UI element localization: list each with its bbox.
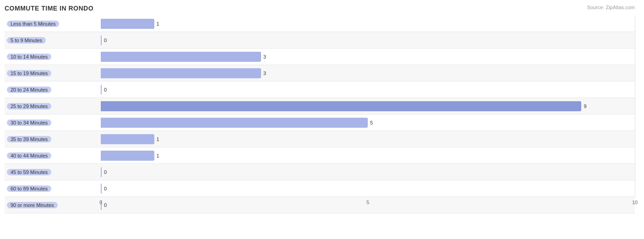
bar-label: 40 to 44 Minutes <box>7 152 51 159</box>
bar-row: 60 to 89 Minutes0 <box>5 180 635 197</box>
row-label-container: 10 to 14 Minutes <box>5 54 101 60</box>
bar: 9 <box>101 101 581 111</box>
row-label-container: 30 to 34 Minutes <box>5 120 101 126</box>
bar-value: 5 <box>370 120 373 125</box>
bar: 0 <box>101 184 102 194</box>
bar-label: 15 to 19 Minutes <box>7 70 51 76</box>
bar-value: 3 <box>263 71 266 76</box>
bar: 1 <box>101 134 154 144</box>
bar-value: 1 <box>157 153 159 158</box>
grid-line <box>635 16 635 197</box>
bar: 5 <box>101 118 368 128</box>
row-label-container: 35 to 39 Minutes <box>5 136 101 142</box>
axis-label: 10 <box>632 200 638 205</box>
bar-label: 60 to 89 Minutes <box>7 185 51 192</box>
bar-area: 0 <box>101 32 635 48</box>
bar-row: 15 to 19 Minutes3 <box>5 65 635 81</box>
bar-label: 5 to 9 Minutes <box>7 37 46 43</box>
row-label-container: 45 to 59 Minutes <box>5 169 101 175</box>
bar: 0 <box>101 35 102 45</box>
bar: 0 <box>101 85 102 95</box>
bar-value: 0 <box>104 186 107 191</box>
bar-value: 3 <box>263 54 266 60</box>
bar: 0 <box>101 167 102 177</box>
bar-row: 30 to 34 Minutes5 <box>5 114 635 131</box>
bar-row: Less than 5 Minutes1 <box>5 16 635 32</box>
bar: 3 <box>101 52 261 62</box>
row-label-container: 25 to 29 Minutes <box>5 103 101 109</box>
chart-container: COMMUTE TIME IN RONDO Source: ZipAtlas.c… <box>0 0 644 239</box>
rows-container: Less than 5 Minutes15 to 9 Minutes010 to… <box>5 16 635 197</box>
bar-row: 10 to 14 Minutes3 <box>5 49 635 65</box>
row-label-container: 40 to 44 Minutes <box>5 152 101 159</box>
bar: 1 <box>101 19 154 29</box>
chart-title: COMMUTE TIME IN RONDO <box>5 5 635 12</box>
bar-label: 30 to 34 Minutes <box>7 120 51 126</box>
bar-row: 5 to 9 Minutes0 <box>5 32 635 49</box>
bar-label: 35 to 39 Minutes <box>7 136 51 142</box>
row-label-container: 90 or more Minutes <box>5 202 101 208</box>
bar-area: 3 <box>101 49 635 65</box>
bar-row: 25 to 29 Minutes9 <box>5 98 635 114</box>
bar-area: 1 <box>101 147 635 163</box>
bar-area: 0 <box>101 180 635 196</box>
bar-area: 5 <box>101 114 635 130</box>
row-label-container: 60 to 89 Minutes <box>5 185 101 192</box>
bar-value: 1 <box>157 21 159 27</box>
bar-area: 9 <box>101 98 635 114</box>
axis-label: 5 <box>366 200 369 205</box>
bar-row: 35 to 39 Minutes1 <box>5 131 635 147</box>
row-label-container: 15 to 19 Minutes <box>5 70 101 76</box>
bar-label: 25 to 29 Minutes <box>7 103 51 109</box>
bar: 3 <box>101 68 261 78</box>
row-label-container: 5 to 9 Minutes <box>5 37 101 43</box>
axis-labels: 0510 <box>101 200 635 209</box>
bar-value: 0 <box>104 87 107 92</box>
bar-value: 0 <box>104 169 107 175</box>
bar-label: 20 to 24 Minutes <box>7 87 51 93</box>
source-text: Source: ZipAtlas.com <box>587 5 635 10</box>
bar-row: 45 to 59 Minutes0 <box>5 164 635 180</box>
bar-value: 0 <box>104 38 107 43</box>
bar-area: 1 <box>101 131 635 147</box>
bar-label: 10 to 14 Minutes <box>7 54 51 60</box>
bar-label: 45 to 59 Minutes <box>7 169 51 175</box>
bar-row: 40 to 44 Minutes1 <box>5 147 635 164</box>
bar-area: 1 <box>101 16 635 32</box>
bar-value: 9 <box>584 103 586 109</box>
bar-label: Less than 5 Minutes <box>7 21 59 27</box>
bar-value: 1 <box>157 136 159 142</box>
chart-area: Less than 5 Minutes15 to 9 Minutes010 to… <box>5 16 635 209</box>
bar-label: 90 or more Minutes <box>7 202 58 208</box>
bar-area: 0 <box>101 81 635 98</box>
bar: 1 <box>101 151 154 161</box>
bar-area: 0 <box>101 164 635 180</box>
bar-row: 20 to 24 Minutes0 <box>5 81 635 98</box>
row-label-container: 20 to 24 Minutes <box>5 87 101 93</box>
row-label-container: Less than 5 Minutes <box>5 21 101 27</box>
bar-area: 3 <box>101 65 635 81</box>
axis-label: 0 <box>99 200 102 205</box>
